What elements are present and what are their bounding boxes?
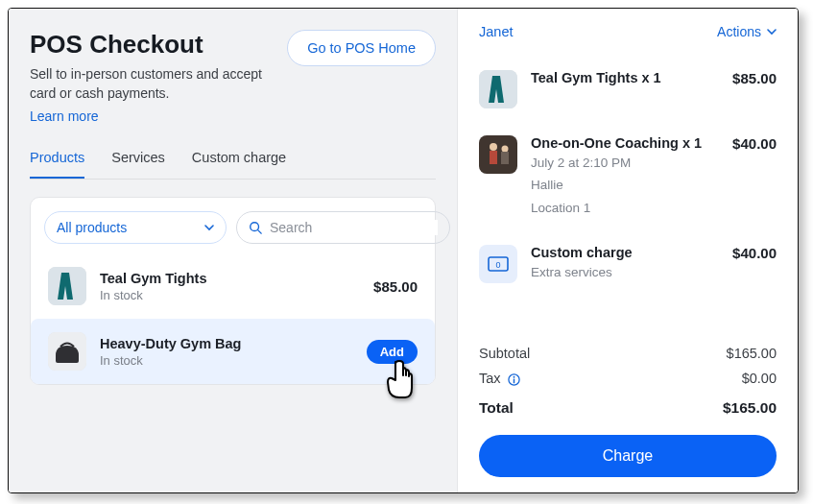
- search-icon: [249, 221, 262, 234]
- svg-point-13: [513, 375, 514, 377]
- cart-items: Teal Gym Tights x 1 $85.00 One-on-One Co…: [479, 57, 777, 297]
- totals-section: Subtotal $165.00 Tax $0.00 Total $165.00: [479, 331, 777, 477]
- svg-rect-9: [501, 152, 509, 164]
- product-thumb: [48, 332, 86, 371]
- svg-rect-14: [513, 378, 514, 383]
- tab-products[interactable]: Products: [30, 150, 84, 179]
- filter-row: All products: [44, 211, 421, 244]
- cart-item-info: Custom charge Extra services: [531, 245, 719, 283]
- product-list: Teal Gym Tights In stock $85.00: [44, 253, 421, 384]
- svg-point-8: [502, 146, 509, 153]
- cart-item-staff: Hallie: [531, 176, 719, 195]
- info-icon[interactable]: [508, 373, 520, 386]
- product-row[interactable]: Teal Gym Tights In stock $85.00: [44, 253, 421, 319]
- cart-item-note: Extra services: [531, 263, 719, 282]
- charge-button[interactable]: Charge: [479, 435, 777, 477]
- tabs: Products Services Custom charge: [30, 150, 436, 180]
- product-name: Teal Gym Tights: [100, 271, 206, 286]
- cart-item-info: One-on-One Coaching x 1 July 2 at 2:10 P…: [531, 135, 719, 218]
- tax-label: Tax: [479, 371, 520, 386]
- header-row: POS Checkout Sell to in-person customers…: [30, 30, 436, 125]
- actions-label: Actions: [717, 24, 761, 39]
- go-to-pos-home-button[interactable]: Go to POS Home: [287, 30, 436, 66]
- tax-row: Tax $0.00: [479, 366, 777, 391]
- customer-row: Janet Actions: [479, 24, 777, 39]
- tights-image-icon: [479, 70, 517, 108]
- product-stock: In stock: [100, 353, 241, 368]
- customer-name-link[interactable]: Janet: [479, 24, 513, 39]
- cart-item-datetime: July 2 at 2:10 PM: [531, 154, 719, 173]
- product-info: Heavy-Duty Gym Bag In stock: [100, 336, 241, 368]
- cart-item[interactable]: Teal Gym Tights x 1 $85.00: [479, 57, 777, 122]
- svg-text:0: 0: [495, 260, 500, 270]
- cart-item-title: One-on-One Coaching x 1: [531, 135, 719, 151]
- left-panel: POS Checkout Sell to in-person customers…: [9, 9, 457, 492]
- product-info: Teal Gym Tights In stock: [100, 271, 206, 302]
- learn-more-link[interactable]: Learn more: [30, 108, 99, 124]
- product-stock: In stock: [100, 288, 206, 302]
- cart-item-price: $85.00: [732, 70, 777, 108]
- svg-rect-5: [479, 135, 517, 174]
- cart-item[interactable]: 0 Custom charge Extra services $40.00: [479, 231, 777, 297]
- subtotal-value: $165.00: [727, 346, 777, 361]
- add-product-button[interactable]: Add: [367, 340, 418, 364]
- subtotal-label: Subtotal: [479, 346, 530, 361]
- custom-charge-icon: 0: [488, 256, 509, 272]
- search-input[interactable]: [270, 220, 438, 235]
- products-panel: All products: [30, 197, 436, 385]
- cart-item-thumb: [479, 135, 517, 174]
- tab-custom-charge[interactable]: Custom charge: [192, 150, 286, 179]
- tab-services[interactable]: Services: [111, 150, 165, 179]
- subtotal-row: Subtotal $165.00: [479, 341, 777, 366]
- bag-image-icon: [48, 332, 86, 371]
- tax-value: $0.00: [742, 371, 777, 386]
- cart-item-price: $40.00: [732, 245, 777, 283]
- cart-item-thumb: 0: [479, 245, 517, 283]
- header-text: POS Checkout Sell to in-person customers…: [30, 30, 279, 125]
- actions-menu[interactable]: Actions: [717, 24, 777, 39]
- pos-checkout-app: POS Checkout Sell to in-person customers…: [8, 8, 799, 493]
- product-thumb: [48, 267, 86, 305]
- cart-item-location: Location 1: [531, 199, 719, 218]
- cart-item-info: Teal Gym Tights x 1: [531, 70, 719, 108]
- search-field[interactable]: [236, 211, 450, 244]
- tights-image-icon: [48, 267, 86, 305]
- svg-rect-7: [490, 151, 497, 164]
- right-panel: Janet Actions Teal Gym Tights x 1 $85.00: [457, 9, 798, 492]
- page-subtitle: Sell to in-person customers and accept c…: [30, 65, 279, 103]
- chevron-down-icon: [204, 223, 214, 232]
- svg-point-6: [490, 143, 497, 151]
- product-filter-label: All products: [57, 220, 127, 235]
- product-name: Heavy-Duty Gym Bag: [100, 336, 241, 351]
- cart-item-title: Custom charge: [531, 245, 719, 260]
- cart-item-price: $40.00: [732, 135, 777, 218]
- product-filter-select[interactable]: All products: [44, 211, 227, 244]
- product-row[interactable]: Heavy-Duty Gym Bag In stock Add: [31, 319, 435, 384]
- cart-item[interactable]: One-on-One Coaching x 1 July 2 at 2:10 P…: [479, 122, 777, 231]
- cart-item-thumb: [479, 70, 517, 108]
- page-title: POS Checkout: [30, 30, 279, 60]
- total-row: Total $165.00: [479, 395, 777, 421]
- chevron-down-icon: [767, 27, 777, 36]
- product-price: $85.00: [373, 278, 418, 295]
- total-value: $165.00: [723, 399, 777, 417]
- cart-item-title: Teal Gym Tights x 1: [531, 70, 719, 85]
- total-label: Total: [479, 399, 514, 417]
- svg-line-1: [258, 230, 262, 234]
- coaching-image-icon: [479, 135, 517, 174]
